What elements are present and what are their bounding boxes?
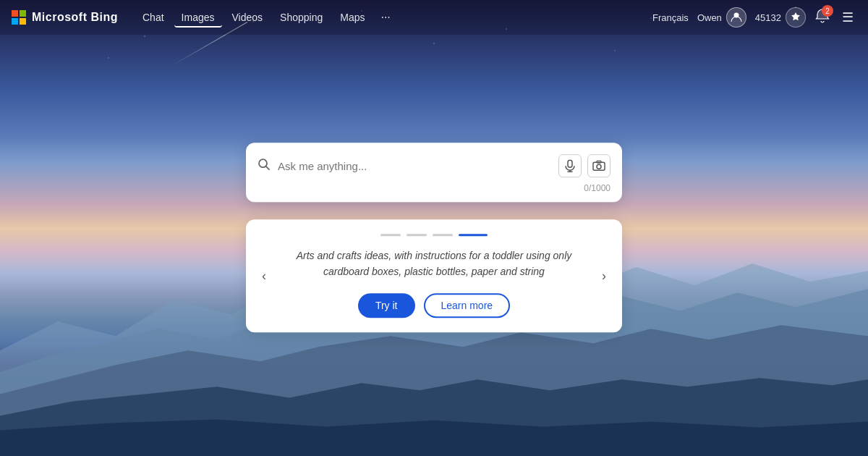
logo-yellow	[20, 18, 26, 25]
nav-images[interactable]: Images	[174, 7, 222, 28]
language-toggle[interactable]: Français	[652, 12, 689, 23]
microphone-button[interactable]	[558, 154, 582, 177]
dot-4-active	[459, 234, 488, 236]
nav-chat[interactable]: Chat	[135, 7, 171, 28]
search-input[interactable]	[278, 160, 551, 172]
nav-more-button[interactable]: ···	[375, 7, 396, 28]
main-content: 0/1000 ‹ › Arts and crafts ideas, with i…	[246, 143, 622, 332]
score-badge-icon	[786, 7, 806, 28]
svg-point-13	[597, 164, 601, 169]
nav-maps[interactable]: Maps	[333, 7, 372, 28]
search-container: 0/1000	[246, 143, 622, 202]
nav-shopping[interactable]: Shopping	[273, 7, 330, 28]
char-count: 0/1000	[258, 183, 610, 193]
score-value: 45132	[755, 12, 781, 23]
score-area[interactable]: 45132	[755, 7, 806, 28]
brand-name: Microsoft Bing	[32, 11, 118, 24]
svg-line-7	[266, 166, 270, 170]
microsoft-logo	[12, 10, 26, 25]
learn-more-button[interactable]: Learn more	[424, 293, 511, 318]
logo-red	[12, 10, 18, 17]
notifications-button[interactable]: 2	[814, 8, 830, 27]
logo-green	[20, 10, 26, 17]
dots-pagination	[281, 234, 587, 236]
dot-1	[380, 234, 401, 236]
search-input-row	[258, 154, 610, 177]
try-it-button[interactable]: Try it	[358, 293, 415, 318]
navbar: Microsoft Bing Chat Images Videos Shoppi…	[0, 0, 868, 35]
notification-count: 2	[822, 5, 833, 17]
svg-rect-8	[568, 160, 572, 167]
nav-links: Chat Images Videos Shopping Maps ···	[135, 7, 652, 28]
card-next-button[interactable]: ›	[596, 263, 612, 290]
user-name: Owen	[697, 12, 722, 23]
search-actions	[558, 154, 610, 177]
user-avatar	[726, 7, 746, 28]
user-menu[interactable]: Owen	[697, 7, 746, 28]
nav-right: Français Owen 45132 2	[652, 7, 856, 28]
hamburger-menu[interactable]: ☰	[839, 7, 856, 28]
visual-search-button[interactable]	[587, 154, 610, 177]
logo-blue	[12, 18, 18, 25]
suggestion-card: ‹ › Arts and crafts ideas, with instruct…	[246, 219, 622, 332]
nav-videos[interactable]: Videos	[225, 7, 271, 28]
search-icon	[258, 158, 271, 174]
logo-area[interactable]: Microsoft Bing	[12, 10, 118, 25]
suggestion-text: Arts and crafts ideas, with instructions…	[281, 248, 587, 280]
dot-2	[407, 234, 427, 236]
card-prev-button[interactable]: ‹	[256, 263, 272, 290]
dot-3	[433, 234, 453, 236]
card-buttons: Try it Learn more	[281, 293, 587, 318]
